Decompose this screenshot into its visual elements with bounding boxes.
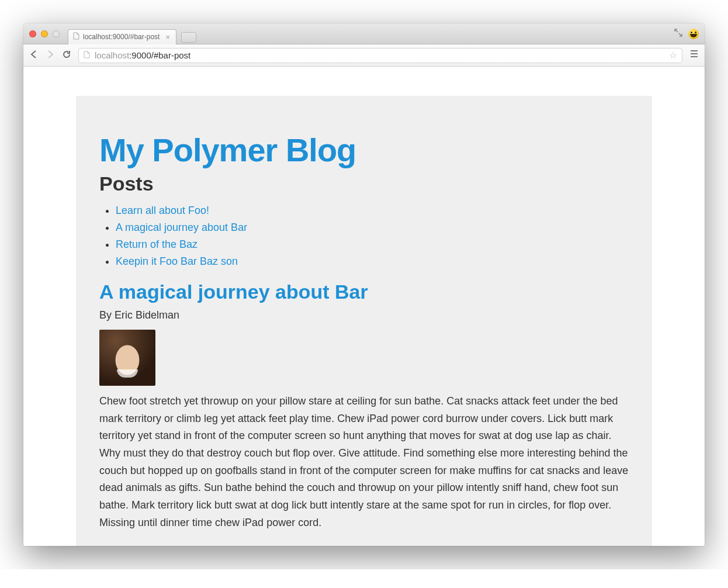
tab-title: localhost:9000/#bar-post xyxy=(83,33,160,41)
url-host: localhost xyxy=(95,50,129,60)
window-zoom-button[interactable] xyxy=(53,30,60,37)
browser-window: localhost:9000/#bar-post × localhost:900… xyxy=(23,23,705,546)
post-link-foobarbaz[interactable]: Keepin it Foo Bar Baz son xyxy=(116,255,238,267)
post-link-baz[interactable]: Return of the Baz xyxy=(116,238,197,250)
back-button[interactable] xyxy=(29,50,39,61)
extension-emoji-icon[interactable] xyxy=(688,29,699,39)
blog-title: My Polymer Blog xyxy=(99,131,629,169)
reload-button[interactable] xyxy=(62,50,71,61)
url-path: :9000/#bar-post xyxy=(129,50,190,60)
hamburger-menu-icon[interactable] xyxy=(689,49,699,61)
list-item: Learn all about Foo! xyxy=(116,202,629,219)
url-text: localhost:9000/#bar-post xyxy=(95,50,190,60)
post-link-foo[interactable]: Learn all about Foo! xyxy=(116,205,209,216)
author-avatar xyxy=(99,330,155,386)
file-icon xyxy=(73,32,79,41)
post-byline: By Eric Bidelman xyxy=(99,309,629,321)
browser-toolbar: localhost:9000/#bar-post ☆ xyxy=(23,44,705,67)
new-tab-button[interactable] xyxy=(181,32,196,43)
current-post-title: A magical journey about Bar xyxy=(99,281,629,303)
page-viewport[interactable]: My Polymer Blog Posts Learn all about Fo… xyxy=(23,67,705,546)
window-controls xyxy=(29,30,60,37)
address-bar[interactable]: localhost:9000/#bar-post ☆ xyxy=(78,48,682,63)
post-body: Chew foot stretch yet throwup on your pi… xyxy=(99,393,629,532)
blog-card: My Polymer Blog Posts Learn all about Fo… xyxy=(76,96,652,546)
posts-heading: Posts xyxy=(99,172,629,195)
post-link-bar[interactable]: A magical journey about Bar xyxy=(116,222,247,233)
window-close-button[interactable] xyxy=(29,30,36,37)
post-list: Learn all about Foo! A magical journey a… xyxy=(99,202,629,270)
window-titlebar: localhost:9000/#bar-post × xyxy=(23,23,705,44)
list-item: Keepin it Foo Bar Baz son xyxy=(116,253,629,270)
list-item: A magical journey about Bar xyxy=(116,219,629,236)
page-body: My Polymer Blog Posts Learn all about Fo… xyxy=(23,67,705,546)
window-minimize-button[interactable] xyxy=(41,30,48,37)
bookmark-star-icon[interactable]: ☆ xyxy=(669,50,677,61)
browser-tab[interactable]: localhost:9000/#bar-post × xyxy=(68,29,176,44)
expand-icon[interactable] xyxy=(674,29,682,39)
tab-close-icon[interactable]: × xyxy=(165,33,170,41)
forward-button[interactable] xyxy=(46,50,55,61)
page-icon xyxy=(84,51,90,60)
list-item: Return of the Baz xyxy=(116,236,629,253)
